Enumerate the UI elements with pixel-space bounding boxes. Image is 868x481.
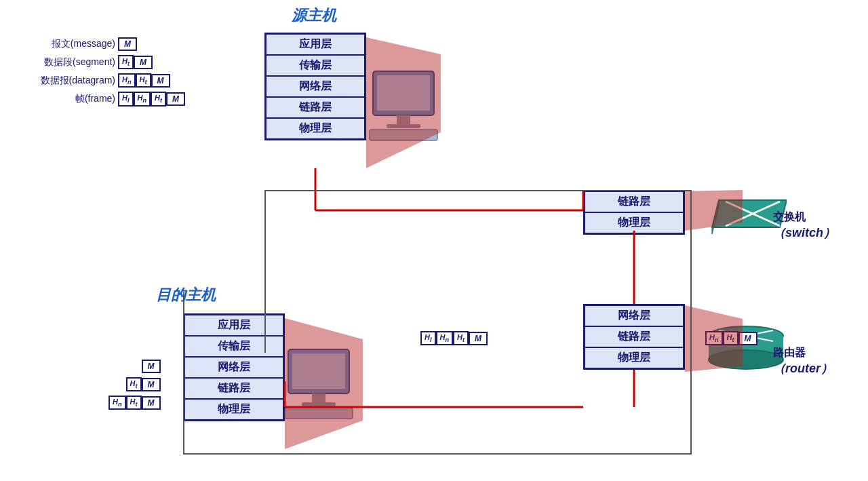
switch-layer-link: 链路层 bbox=[585, 192, 683, 213]
router-stack: 网络层 链路层 物理层 bbox=[583, 304, 685, 370]
legend-box-M-2: M bbox=[134, 56, 153, 69]
router-layer-network: 网络层 bbox=[585, 306, 683, 327]
svg-rect-4 bbox=[370, 130, 437, 140]
legend-box-M-1: M bbox=[118, 37, 137, 51]
mid-box-M: M bbox=[469, 332, 488, 345]
dest-layer-network: 网络层 bbox=[185, 358, 283, 379]
legend-box-Hn-1: Hn bbox=[118, 73, 136, 88]
svg-rect-17 bbox=[302, 402, 336, 406]
switch-stack: 链路层 物理层 bbox=[583, 190, 685, 235]
legend-label-datagram: 数据报(datagram) bbox=[7, 75, 115, 87]
dest-data-row-3: Hn Ht M bbox=[108, 396, 161, 410]
legend-label-segment: 数据段(segment) bbox=[7, 56, 115, 69]
dest-box-M-1: M bbox=[142, 360, 161, 373]
dest-layer-transport: 传输层 bbox=[185, 336, 283, 358]
legend-box-M-4: M bbox=[166, 92, 185, 106]
legend-row-frame: 帧(frame) Hl Hn Ht M bbox=[7, 92, 185, 106]
dest-box-Ht-1: Ht bbox=[126, 377, 142, 391]
svg-rect-18 bbox=[285, 408, 353, 419]
dest-box-Hn-1: Hn bbox=[108, 396, 126, 410]
mid-bot-box-Ht: Ht bbox=[723, 331, 738, 345]
mid-box-Hn: Hn bbox=[436, 331, 454, 345]
dest-layer-app: 应用层 bbox=[185, 315, 283, 336]
legend-box-Hl-1: Hl bbox=[118, 92, 134, 106]
dest-data-row-2: Ht M bbox=[108, 377, 161, 391]
legend-box-Hn-2: Hn bbox=[134, 92, 151, 106]
dest-box-M-3: M bbox=[142, 396, 161, 410]
legend-box-Ht-1: Ht bbox=[118, 55, 134, 69]
legend-box-Ht-2: Ht bbox=[136, 73, 151, 88]
svg-point-11 bbox=[709, 350, 783, 369]
mid-bot-box-M: M bbox=[738, 332, 757, 345]
legend-row-message: 报文(message) M bbox=[7, 37, 185, 51]
mid-bottom-data-row: Hn Ht M bbox=[705, 331, 757, 345]
dest-computer-icon bbox=[281, 346, 370, 423]
legend-row-datagram: 数据报(datagram) Hn Ht M bbox=[7, 73, 185, 88]
legend-box-Ht-3: Ht bbox=[151, 92, 166, 106]
legend-label-message: 报文(message) bbox=[7, 38, 115, 50]
source-computer-icon bbox=[366, 68, 454, 145]
source-host-title: 源主机 bbox=[292, 5, 336, 26]
source-layer-physical: 物理层 bbox=[267, 119, 364, 138]
router-label: 路由器 （router） bbox=[773, 346, 833, 377]
legend: 报文(message) M 数据段(segment) Ht M 数据报(data… bbox=[7, 37, 185, 111]
mid-bot-box-Hn: Hn bbox=[705, 331, 723, 345]
switch-layer-physical: 物理层 bbox=[585, 213, 683, 233]
dest-layer-link: 链路层 bbox=[185, 379, 283, 400]
switch-label: 交换机 （switch） bbox=[773, 210, 835, 241]
svg-rect-3 bbox=[387, 124, 420, 128]
legend-box-M-3: M bbox=[151, 74, 170, 88]
mid-box-Hl: Hl bbox=[420, 331, 436, 345]
dest-data-row-1: M bbox=[108, 360, 161, 373]
dest-host-stack: 应用层 传输层 网络层 链路层 物理层 bbox=[183, 313, 285, 421]
dest-host-title: 目的主机 bbox=[156, 285, 216, 305]
mid-box-Ht: Ht bbox=[453, 331, 469, 345]
source-layer-app: 应用层 bbox=[267, 35, 364, 56]
dest-box-M-2: M bbox=[142, 378, 161, 391]
router-layer-link: 链路层 bbox=[585, 327, 683, 348]
dest-box-Ht-2: Ht bbox=[126, 396, 142, 410]
source-layer-network: 网络层 bbox=[267, 77, 364, 98]
dest-left-data-boxes: M Ht M Hn Ht M bbox=[108, 360, 161, 410]
legend-label-frame: 帧(frame) bbox=[7, 93, 115, 105]
svg-rect-1 bbox=[377, 75, 430, 111]
source-layer-link: 链路层 bbox=[267, 98, 364, 119]
source-layer-transport: 传输层 bbox=[267, 56, 364, 77]
mid-top-data-row: Hl Hn Ht M bbox=[420, 331, 488, 345]
dest-layer-physical: 物理层 bbox=[185, 400, 283, 419]
svg-rect-15 bbox=[292, 353, 345, 389]
svg-rect-16 bbox=[312, 393, 326, 404]
source-host-stack: 应用层 传输层 网络层 链路层 物理层 bbox=[264, 33, 366, 140]
svg-rect-2 bbox=[397, 115, 410, 126]
legend-row-segment: 数据段(segment) Ht M bbox=[7, 55, 185, 69]
router-layer-physical: 物理层 bbox=[585, 348, 683, 368]
